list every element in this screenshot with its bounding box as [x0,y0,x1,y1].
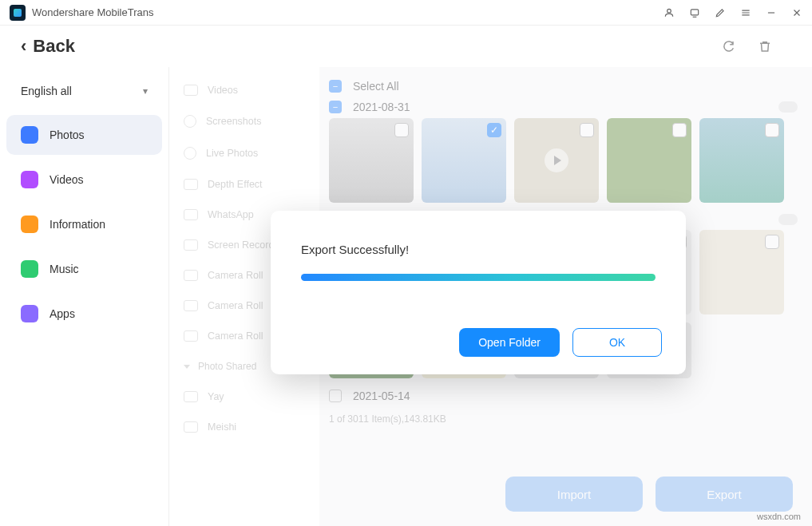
album-item[interactable]: Videos [169,75,319,105]
sidebar-item-videos[interactable]: Videos [6,160,162,200]
sidebar-item-label: Information [50,218,105,231]
photos-icon [21,126,38,144]
watermark: wsxdn.com [757,512,801,521]
app-title: Wondershare MobileTrans [32,6,663,18]
sidebar-item-music[interactable]: Music [6,249,162,289]
edit-icon[interactable] [715,7,726,18]
thumb-checkbox[interactable] [765,123,779,137]
group-date: 2021-05-14 [353,390,798,402]
chevron-down-icon [184,365,190,369]
select-all-row[interactable]: − Select All [329,77,798,97]
select-all-label: Select All [353,80,798,93]
category-sidebar: English all ▾ Photos Videos Information … [0,67,169,526]
album-item[interactable]: Live Photos [169,137,319,169]
sidebar-item-label: Videos [50,173,84,186]
album-item[interactable]: Meishi [169,412,319,442]
dialog-message: Export Successfully! [301,243,656,256]
photo-thumbnail[interactable]: ✓ [422,118,506,203]
group-checkbox[interactable]: − [329,101,342,113]
videos-icon [21,171,38,188]
camera-roll-icon [184,330,198,342]
thumb-checkbox[interactable] [580,123,594,137]
feedback-icon[interactable] [689,7,700,18]
titlebar-controls [663,7,802,18]
information-icon [21,216,38,233]
photo-thumbnail[interactable] [329,118,414,203]
date-group-header[interactable]: 2021-05-14 [329,386,798,409]
album-item[interactable]: Yay [169,382,319,412]
refresh-icon[interactable] [721,39,735,53]
back-button[interactable]: ‹ Back [21,36,721,57]
bottom-actions: Import Export [505,477,793,512]
sidebar-item-label: Photos [50,129,85,141]
language-filter-label: English all [21,85,72,97]
whatsapp-icon [184,209,198,220]
album-item[interactable]: Depth Effect [169,169,319,200]
title-bar: Wondershare MobileTrans [0,0,812,26]
trash-icon[interactable] [758,39,772,53]
svg-point-0 [667,9,671,13]
minimize-icon[interactable] [766,7,777,18]
play-icon [545,148,568,172]
svg-rect-1 [691,9,698,14]
screenshot-icon [184,115,196,128]
menu-icon[interactable] [740,7,751,18]
import-button[interactable]: Import [505,477,643,512]
export-button[interactable]: Export [656,477,793,512]
app-logo [10,5,26,21]
video-thumbnail[interactable] [514,118,599,203]
thumb-checkbox[interactable] [765,235,779,249]
photo-thumbnail[interactable] [699,230,784,314]
back-label: Back [33,36,75,57]
selection-status: 1 of 3011 Item(s),143.81KB [329,413,798,425]
group-date: 2021-08-31 [353,101,767,113]
sidebar-item-information[interactable]: Information [6,204,162,244]
group-checkbox[interactable] [329,390,342,402]
header: ‹ Back [0,26,812,67]
close-icon[interactable] [791,7,802,18]
music-icon [21,260,38,278]
thumb-checkbox[interactable] [394,123,409,137]
shared-album-icon [184,391,198,402]
apps-icon [21,305,38,322]
album-item[interactable]: Screenshots [169,105,319,137]
date-group-header[interactable]: − 2021-08-31 [329,97,798,118]
chevron-left-icon: ‹ [21,36,26,57]
sidebar-item-apps[interactable]: Apps [6,294,162,334]
photo-thumbnail[interactable] [607,118,691,203]
ok-button[interactable]: OK [572,328,662,357]
dialog-actions: Open Folder OK [459,328,662,357]
photo-thumbnail[interactable] [699,118,784,203]
camera-roll-icon [184,270,198,281]
sidebar-item-label: Music [50,263,79,275]
thumbnail-row: ✓ [329,118,798,203]
export-success-dialog: Export Successfully! Open Folder OK [271,211,686,374]
open-folder-button[interactable]: Open Folder [459,328,560,357]
thumb-checkbox[interactable]: ✓ [487,123,501,137]
sidebar-item-label: Apps [50,307,75,320]
select-all-checkbox[interactable]: − [329,80,342,93]
count-pill [778,101,798,113]
progress-bar [301,274,656,281]
screen-recorder-icon [184,239,198,251]
depth-effect-icon [184,179,198,190]
shared-album-icon [184,421,198,433]
account-icon[interactable] [663,7,675,18]
live-photo-icon [184,147,196,160]
sidebar-item-photos[interactable]: Photos [6,115,162,155]
camera-roll-icon [184,300,198,311]
count-pill [778,214,798,225]
thumb-checkbox[interactable] [672,123,687,137]
language-filter[interactable]: English all ▾ [6,75,162,107]
video-folder-icon [184,85,198,96]
chevron-down-icon: ▾ [143,85,148,97]
header-actions [721,39,791,53]
